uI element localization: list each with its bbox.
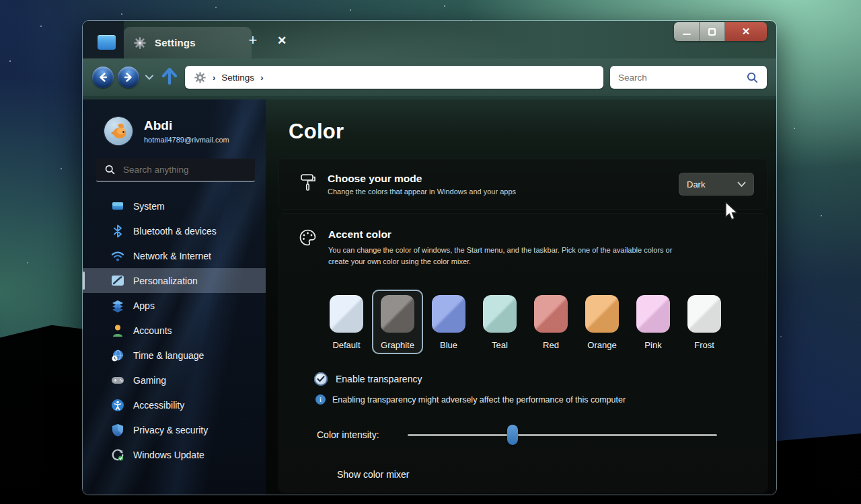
accent-card-description: You can change the color of windows, the…	[328, 245, 678, 267]
mode-card-title: Choose your mode	[328, 173, 516, 185]
sidebar-item-network[interactable]: Network & Internet	[83, 243, 266, 268]
user-info: Abdi hotmail4789@rivmail.com	[144, 118, 229, 144]
accessibility-icon	[111, 398, 124, 412]
swatch-label: Orange	[587, 340, 616, 350]
user-email: hotmail4789@rivmail.com	[144, 136, 229, 144]
transparency-checkbox[interactable]	[314, 372, 328, 386]
sidebar-item-label: System	[133, 201, 165, 212]
paint-roller-icon	[299, 173, 316, 196]
transparency-info-row: i Enabling transparency might adversely …	[315, 394, 754, 405]
breadcrumb-separator: ›	[213, 73, 215, 83]
swatch-default[interactable]: Default	[321, 290, 372, 354]
swatch-graphite[interactable]: Graphite	[372, 290, 423, 354]
tab-settings[interactable]: Settings	[124, 27, 252, 58]
sidebar-item-accessibility[interactable]: Accessibility	[83, 392, 266, 417]
up-button[interactable]	[161, 67, 178, 88]
sidebar-item-label: Time & language	[133, 350, 204, 361]
breadcrumb-settings[interactable]: Settings	[221, 73, 254, 83]
new-tab-button[interactable]: +	[243, 30, 263, 50]
close-tab-button[interactable]: ✕	[273, 32, 291, 49]
sidebar-item-accounts[interactable]: Accounts	[83, 318, 266, 343]
transparency-label: Enable transparency	[336, 374, 422, 384]
title-bar: Settings + ✕ ✕	[83, 21, 776, 58]
system-icon	[111, 200, 124, 213]
back-arrow-icon	[97, 71, 109, 83]
avatar	[104, 117, 133, 145]
settings-window: Settings + ✕ ✕	[82, 20, 777, 495]
sidebar-search-input[interactable]	[123, 165, 247, 175]
forward-button[interactable]	[118, 67, 139, 88]
navigation-bar: › Settings ›	[83, 58, 776, 99]
page-title: Color	[289, 120, 776, 144]
slider-track[interactable]	[408, 434, 717, 436]
minimize-icon	[683, 34, 691, 35]
sidebar-item-personalization[interactable]: Personalization	[83, 268, 266, 293]
info-icon: i	[315, 394, 326, 405]
tab-title: Settings	[155, 37, 196, 48]
close-button[interactable]: ✕	[725, 22, 767, 41]
swatch-color	[636, 295, 670, 333]
mode-card-text: Choose your mode Change the colors that …	[328, 173, 516, 196]
swatch-label: Teal	[492, 340, 508, 350]
swatch-color	[585, 295, 619, 333]
swatch-color	[330, 295, 363, 333]
accent-swatch-row: Default Graphite Blue Teal	[321, 290, 754, 354]
history-chevron-button[interactable]	[145, 71, 154, 83]
sidebar-item-windows-update[interactable]: Windows Update	[83, 442, 266, 467]
sidebar-item-label: Personalization	[133, 276, 198, 286]
swatch-label: Default	[332, 340, 360, 350]
search-icon	[746, 71, 759, 84]
color-intensity-row: Color intensity:	[317, 425, 717, 445]
main-content: Color Choose your mode Change the colors…	[266, 99, 776, 495]
sidebar-item-label: Network & Internet	[133, 251, 211, 261]
swatch-color	[381, 295, 414, 333]
gaming-icon	[111, 374, 124, 387]
top-search-input[interactable]	[618, 73, 746, 83]
slider-thumb[interactable]	[507, 425, 518, 445]
gear-icon	[133, 36, 147, 50]
user-name: Abdi	[144, 118, 229, 134]
mode-dropdown[interactable]: Dark	[679, 173, 754, 196]
choose-mode-card: Choose your mode Change the colors that …	[278, 159, 768, 209]
mode-card-subtitle: Change the colors that appear in Windows…	[328, 187, 516, 196]
enable-transparency-row: Enable transparency	[314, 372, 754, 386]
swatch-orange[interactable]: Orange	[576, 290, 628, 354]
breadcrumb[interactable]: › Settings ›	[185, 66, 603, 89]
bluetooth-icon	[111, 224, 124, 238]
sidebar-item-label: Apps	[133, 300, 155, 311]
swatch-color	[432, 295, 465, 333]
windows-update-icon	[111, 448, 124, 462]
swatch-frost[interactable]: Frost	[679, 290, 730, 354]
sidebar-item-apps[interactable]: Apps	[83, 293, 266, 318]
window-logo-block	[83, 21, 124, 58]
sidebar-item-system[interactable]: System	[83, 194, 266, 218]
swatch-pink[interactable]: Pink	[628, 290, 679, 354]
sidebar-item-label: Accounts	[133, 325, 172, 336]
gear-icon	[193, 71, 207, 84]
user-profile[interactable]: Abdi hotmail4789@rivmail.com	[83, 99, 266, 145]
sidebar-item-bluetooth[interactable]: Bluetooth & devices	[83, 218, 266, 243]
swatch-red[interactable]: Red	[525, 290, 576, 354]
sidebar-menu: System Bluetooth & devices Network & Int…	[83, 194, 266, 467]
top-search-box[interactable]	[610, 66, 767, 89]
minimize-button[interactable]	[674, 22, 700, 41]
accent-card-text: Accent color You can change the color of…	[328, 228, 678, 267]
window-controls: ✕	[674, 22, 767, 41]
sidebar-item-privacy[interactable]: Privacy & security	[83, 417, 266, 442]
swatch-blue[interactable]: Blue	[423, 290, 474, 354]
swatch-label: Graphite	[381, 340, 414, 350]
back-button[interactable]	[92, 67, 114, 88]
windows-logo-icon[interactable]	[98, 35, 116, 50]
accounts-icon	[111, 324, 124, 337]
show-color-mixer-link[interactable]: Show color mixer	[337, 469, 409, 480]
swatch-teal[interactable]: Teal	[474, 290, 525, 354]
up-arrow-icon	[161, 67, 178, 85]
sidebar-item-time-language[interactable]: Time & language	[83, 343, 266, 368]
color-intensity-slider[interactable]	[408, 425, 717, 445]
sidebar-search-box[interactable]	[96, 159, 255, 182]
forward-arrow-icon	[122, 71, 135, 83]
sidebar-item-label: Bluetooth & devices	[133, 226, 217, 237]
sidebar-item-gaming[interactable]: Gaming	[83, 368, 266, 392]
maximize-button[interactable]	[700, 22, 725, 41]
swatch-label: Pink	[644, 340, 661, 350]
